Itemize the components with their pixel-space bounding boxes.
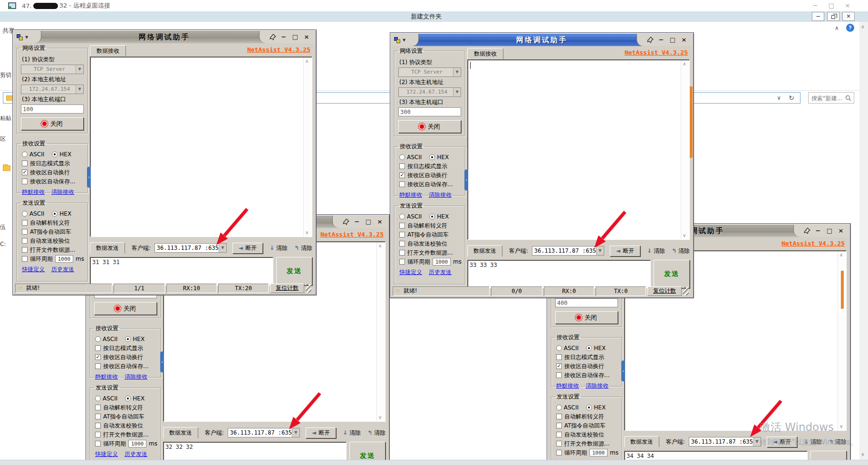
minimize-icon[interactable]: − xyxy=(279,33,289,41)
chevron-down-icon[interactable]: ▼ xyxy=(76,85,83,94)
close-icon[interactable]: × xyxy=(302,33,311,41)
quick-define-link[interactable]: 快捷定义 xyxy=(22,266,45,274)
disconnect-button[interactable]: ◄ 断开 xyxy=(232,243,263,254)
receive-ascii-radio[interactable]: ASCII xyxy=(95,336,117,342)
tab-data-send[interactable]: 数据发送 xyxy=(90,242,125,254)
history-send-link[interactable]: 历史发送 xyxy=(51,266,74,274)
close-connection-button[interactable]: 关闭 xyxy=(555,311,618,324)
cycle-period-input[interactable] xyxy=(433,258,451,266)
close-icon[interactable]: × xyxy=(679,36,689,44)
maximize-icon[interactable]: □ xyxy=(364,218,373,226)
clear-receive-link[interactable]: 清除接收 xyxy=(125,373,147,381)
maximize-icon[interactable]: □ xyxy=(668,36,677,44)
explorer-scrollbar[interactable]: ∧ ∨ xyxy=(859,22,868,465)
send-input-area[interactable]: 33 33 33 xyxy=(467,260,651,288)
receive-hex-radio[interactable]: HEX xyxy=(125,336,145,342)
scroll-up-icon[interactable]: ∧ xyxy=(839,252,843,257)
parse-escape-checkbox[interactable]: 自动解析转义符 xyxy=(399,221,463,230)
parse-escape-checkbox[interactable]: 自动解析转义符 xyxy=(95,403,159,412)
clear-receive-button[interactable]: ↰ 清除 xyxy=(294,244,312,252)
maximize-icon[interactable]: □ xyxy=(825,227,834,235)
client-select[interactable]: 36.113.117.87 :63562 ▼ xyxy=(228,428,300,437)
cycle-checkbox[interactable]: 循环周期 ms xyxy=(556,448,620,457)
auto-newline-checkbox[interactable]: ✓接收区自动换行 xyxy=(399,171,463,180)
log-mode-checkbox[interactable]: 按日志模式显示 xyxy=(556,353,620,361)
send-input-area[interactable]: 31 31 31 xyxy=(90,257,273,285)
scroll-up-icon[interactable]: ∧ xyxy=(683,61,686,66)
receive-scrollbar[interactable]: ∧ ∨ xyxy=(303,57,311,236)
rdp-maximize-icon[interactable]: □ xyxy=(823,0,839,11)
close-icon[interactable]: × xyxy=(375,218,385,226)
pin-button[interactable] xyxy=(803,227,811,235)
auto-checksum-checkbox[interactable]: 自动发送校验位 xyxy=(95,421,159,430)
receive-area[interactable]: ∧ ∨ xyxy=(90,57,312,237)
auto-save-checkbox[interactable]: 接收区自动保存... xyxy=(22,177,86,186)
pin-button[interactable] xyxy=(342,218,350,226)
parse-escape-checkbox[interactable]: 自动解析转义符 xyxy=(556,412,620,421)
auto-newline-checkbox[interactable]: ✓接收区自动换行 xyxy=(22,168,86,177)
at-enter-checkbox[interactable]: AT指令自动回车 xyxy=(22,228,86,236)
send-ascii-radio[interactable]: ASCII xyxy=(399,213,422,220)
clear-send-button[interactable]: ↓ 清除 xyxy=(647,247,665,255)
send-hex-radio[interactable]: HEX xyxy=(125,395,145,402)
scroll-down-icon[interactable]: ∨ xyxy=(683,233,686,238)
ribbon-paste-label[interactable]: 粘贴 xyxy=(0,114,11,123)
receive-scrollbar[interactable]: ∧ ∨ xyxy=(681,60,689,239)
scroll-up-icon[interactable]: ∧ xyxy=(378,243,382,248)
send-hex-radio[interactable]: HEX xyxy=(586,404,606,411)
close-icon[interactable]: × xyxy=(836,227,846,235)
netassist-version-link[interactable]: NetAssist V4.3.25 xyxy=(781,240,845,247)
tab-data-send[interactable]: 数据发送 xyxy=(163,427,198,438)
log-mode-checkbox[interactable]: 按日志模式显示 xyxy=(399,162,463,171)
scroll-down-icon[interactable]: ∨ xyxy=(861,451,865,457)
rdp-close-icon[interactable]: × xyxy=(839,0,856,11)
chevron-down-icon[interactable]: ▼ xyxy=(453,68,461,76)
auto-save-checkbox[interactable]: 接收区自动保存... xyxy=(95,362,159,370)
netassist-titlebar[interactable]: 网络调试助手 ▼ − □ × xyxy=(391,34,693,46)
disconnect-button[interactable]: ◄ 断开 xyxy=(767,437,797,447)
host-port-input[interactable] xyxy=(398,107,461,116)
file-source-checkbox[interactable]: 打开文件数据源... xyxy=(95,430,159,439)
scroll-up-icon[interactable]: ∧ xyxy=(861,24,865,30)
send-ascii-radio[interactable]: ASCII xyxy=(22,210,44,217)
auto-checksum-checkbox[interactable]: 自动发送校验位 xyxy=(22,237,86,245)
quick-define-link[interactable]: 快捷定义 xyxy=(399,268,422,276)
receive-hex-radio[interactable]: HEX xyxy=(586,345,606,351)
panel-collapse-handle[interactable]: ‹ xyxy=(160,351,164,372)
log-mode-checkbox[interactable]: 按日志模式显示 xyxy=(22,159,86,168)
disconnect-button[interactable]: ◄ 断开 xyxy=(306,427,336,438)
host-address-select[interactable]: 172.24.67.154 ▼ xyxy=(21,85,84,94)
auto-newline-checkbox[interactable]: ✓接收区自动换行 xyxy=(556,362,620,370)
silent-receive-link[interactable]: 静默接收 xyxy=(556,382,579,390)
scroll-down-icon[interactable]: ∨ xyxy=(378,415,382,420)
netassist-version-link[interactable]: NetAssist V4.3.25 xyxy=(625,49,688,56)
silent-receive-link[interactable]: 静默接收 xyxy=(399,191,422,199)
explorer-restore-icon[interactable] xyxy=(827,12,839,21)
folder-icon[interactable] xyxy=(3,165,10,171)
cycle-period-input[interactable] xyxy=(128,440,146,447)
send-button[interactable]: 发送 xyxy=(276,257,312,285)
silent-receive-link[interactable]: 静默接收 xyxy=(95,373,118,381)
auto-save-checkbox[interactable]: 接收区自动保存... xyxy=(399,180,463,189)
pin-button[interactable] xyxy=(269,33,277,41)
log-mode-checkbox[interactable]: 按日志模式显示 xyxy=(95,344,159,352)
send-hex-radio[interactable]: HEX xyxy=(52,210,71,217)
file-source-checkbox[interactable]: 打开文件数据源... xyxy=(399,248,463,257)
send-ascii-radio[interactable]: ASCII xyxy=(95,395,117,402)
system-menu-button[interactable]: ▼ xyxy=(391,34,419,46)
at-enter-checkbox[interactable]: AT指令自动回车 xyxy=(399,230,463,239)
silent-receive-link[interactable]: 静默接收 xyxy=(22,188,45,196)
resize-grip[interactable] xyxy=(683,287,689,295)
explorer-close-icon[interactable]: × xyxy=(842,12,855,21)
host-port-input[interactable] xyxy=(555,298,618,307)
file-source-checkbox[interactable]: 打开文件数据源... xyxy=(556,439,620,448)
ribbon-cut-label[interactable]: 剪切 xyxy=(0,71,11,79)
scroll-down-icon[interactable]: ∨ xyxy=(305,230,309,235)
cycle-checkbox[interactable]: 循环周期 ms xyxy=(22,255,86,263)
chevron-down-icon[interactable]: ▼ xyxy=(219,244,226,252)
receive-ascii-radio[interactable]: ASCII xyxy=(556,345,579,351)
explorer-minimize-icon[interactable]: − xyxy=(812,12,824,21)
protocol-type-select[interactable]: TCP Server ▼ xyxy=(398,67,461,77)
receive-scrollbar[interactable]: ∧ ∨ xyxy=(376,242,385,421)
history-send-link[interactable]: 历史发送 xyxy=(125,450,147,458)
